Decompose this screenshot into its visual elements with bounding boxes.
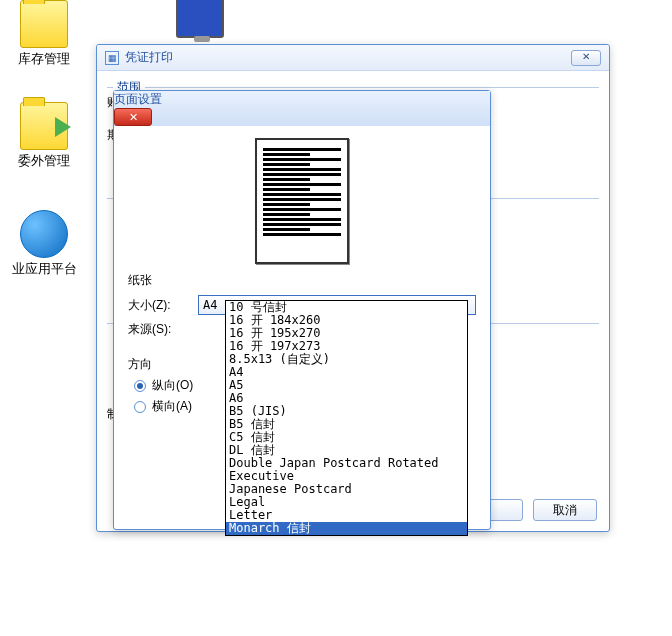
desktop-icon-platform[interactable]: 业应用平台 bbox=[4, 210, 84, 278]
paper-size-option[interactable]: A5 bbox=[226, 379, 467, 392]
desktop-icon-label: 业应用平台 bbox=[4, 260, 84, 278]
window-title: 凭证打印 bbox=[125, 49, 173, 66]
radio-icon bbox=[134, 401, 146, 413]
folder-icon bbox=[20, 102, 68, 150]
desktop-icon-inventory[interactable]: 库存管理 bbox=[4, 0, 84, 68]
radio-label: 纵向(O) bbox=[152, 377, 193, 394]
desktop-icon-label: 委外管理 bbox=[4, 152, 84, 170]
close-button[interactable]: ✕ bbox=[114, 108, 152, 126]
desktop-icon-label: 库存管理 bbox=[4, 50, 84, 68]
paper-size-option[interactable]: A4 bbox=[226, 366, 467, 379]
desktop-icon-monitor[interactable] bbox=[160, 0, 240, 40]
arrow-right-icon bbox=[55, 117, 71, 137]
size-label: 大小(Z): bbox=[128, 297, 198, 314]
app-icon: ▦ bbox=[105, 51, 119, 65]
paper-size-option[interactable]: Monarch 信封 bbox=[226, 522, 467, 535]
paper-size-option[interactable]: 8.5x13 (自定义) bbox=[226, 353, 467, 366]
globe-icon bbox=[20, 210, 68, 258]
paper-section-header: 纸张 bbox=[128, 272, 476, 289]
folder-icon bbox=[20, 0, 68, 48]
desktop-icon-outsource[interactable]: 委外管理 bbox=[4, 102, 84, 170]
group-range: 范围 bbox=[107, 87, 599, 88]
close-button[interactable]: ✕ bbox=[571, 50, 601, 66]
radio-label: 横向(A) bbox=[152, 398, 192, 415]
dialog-title: 页面设置 bbox=[114, 92, 162, 106]
monitor-icon bbox=[176, 0, 224, 38]
source-label: 来源(S): bbox=[128, 321, 198, 338]
titlebar[interactable]: ▦ 凭证打印 ✕ bbox=[97, 45, 609, 71]
page-preview bbox=[255, 138, 349, 264]
cancel-button[interactable]: 取消 bbox=[533, 499, 597, 521]
radio-icon bbox=[134, 380, 146, 392]
paper-size-dropdown[interactable]: 10 号信封16 开 184x26016 开 195x27016 开 197x2… bbox=[225, 300, 468, 536]
titlebar[interactable]: 页面设置 ✕ bbox=[114, 91, 490, 126]
